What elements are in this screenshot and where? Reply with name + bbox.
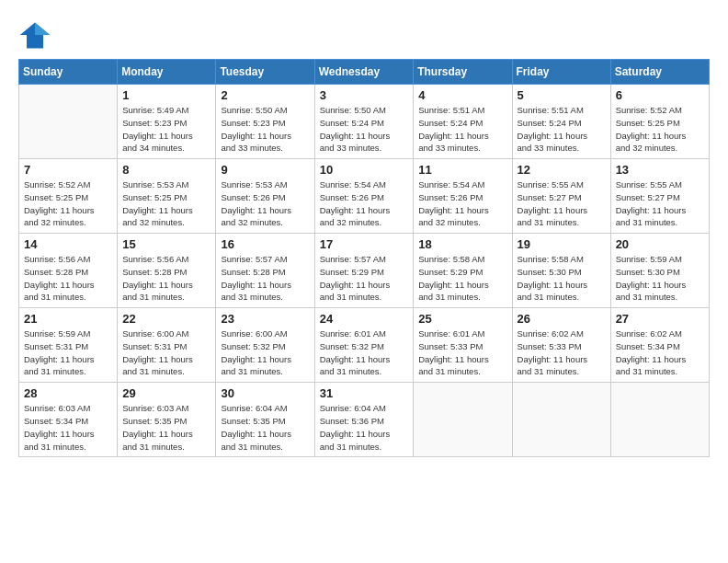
day-info: Sunrise: 6:03 AM Sunset: 5:34 PM Dayligh… — [24, 402, 112, 453]
calendar-day-cell: 22Sunrise: 6:00 AM Sunset: 5:31 PM Dayli… — [118, 308, 216, 383]
calendar-week-row: 1Sunrise: 5:49 AM Sunset: 5:23 PM Daylig… — [19, 85, 710, 159]
calendar-day-cell: 24Sunrise: 6:01 AM Sunset: 5:32 PM Dayli… — [314, 308, 414, 383]
day-number: 11 — [418, 163, 506, 177]
calendar-day-cell: 27Sunrise: 6:02 AM Sunset: 5:34 PM Dayli… — [610, 308, 709, 383]
calendar-day-cell — [512, 383, 610, 457]
day-number: 2 — [221, 88, 309, 102]
day-info: Sunrise: 6:01 AM Sunset: 5:33 PM Dayligh… — [418, 327, 506, 378]
day-info: Sunrise: 5:50 AM Sunset: 5:23 PM Dayligh… — [221, 104, 309, 155]
weekday-header: Sunday — [19, 60, 118, 85]
calendar-day-cell: 10Sunrise: 5:54 AM Sunset: 5:26 PM Dayli… — [314, 159, 414, 234]
calendar-day-cell — [414, 383, 512, 457]
day-number: 6 — [616, 88, 704, 102]
calendar-day-cell: 31Sunrise: 6:04 AM Sunset: 5:36 PM Dayli… — [314, 383, 414, 457]
day-number: 10 — [320, 163, 409, 177]
day-number: 24 — [320, 312, 409, 326]
day-info: Sunrise: 6:03 AM Sunset: 5:35 PM Dayligh… — [122, 402, 210, 453]
calendar-week-row: 7Sunrise: 5:52 AM Sunset: 5:25 PM Daylig… — [19, 159, 710, 234]
calendar-day-cell: 7Sunrise: 5:52 AM Sunset: 5:25 PM Daylig… — [19, 159, 118, 234]
calendar-day-cell — [19, 85, 118, 159]
day-info: Sunrise: 5:49 AM Sunset: 5:23 PM Dayligh… — [122, 104, 210, 155]
calendar-day-cell: 23Sunrise: 6:00 AM Sunset: 5:32 PM Dayli… — [216, 308, 314, 383]
day-number: 15 — [122, 237, 210, 251]
day-info: Sunrise: 5:52 AM Sunset: 5:25 PM Dayligh… — [24, 178, 112, 229]
calendar-day-cell: 29Sunrise: 6:03 AM Sunset: 5:35 PM Dayli… — [118, 383, 216, 457]
calendar-day-cell: 6Sunrise: 5:52 AM Sunset: 5:25 PM Daylig… — [610, 85, 709, 159]
day-number: 25 — [418, 312, 506, 326]
calendar-day-cell: 25Sunrise: 6:01 AM Sunset: 5:33 PM Dayli… — [414, 308, 512, 383]
day-number: 14 — [24, 237, 112, 251]
day-number: 1 — [122, 88, 210, 102]
calendar-day-cell: 30Sunrise: 6:04 AM Sunset: 5:35 PM Dayli… — [216, 383, 314, 457]
day-info: Sunrise: 5:56 AM Sunset: 5:28 PM Dayligh… — [24, 253, 112, 304]
day-number: 8 — [122, 163, 210, 177]
weekday-header: Wednesday — [314, 60, 414, 85]
day-info: Sunrise: 5:57 AM Sunset: 5:28 PM Dayligh… — [221, 253, 309, 304]
calendar-day-cell: 20Sunrise: 5:59 AM Sunset: 5:30 PM Dayli… — [610, 234, 709, 308]
day-number: 17 — [320, 237, 409, 251]
day-info: Sunrise: 6:04 AM Sunset: 5:36 PM Dayligh… — [320, 402, 409, 453]
day-info: Sunrise: 6:00 AM Sunset: 5:32 PM Dayligh… — [221, 327, 309, 378]
day-number: 26 — [518, 312, 606, 326]
day-info: Sunrise: 5:56 AM Sunset: 5:28 PM Dayligh… — [122, 253, 210, 304]
logo-icon — [18, 18, 51, 52]
calendar-day-cell: 19Sunrise: 5:58 AM Sunset: 5:30 PM Dayli… — [512, 234, 610, 308]
day-info: Sunrise: 5:55 AM Sunset: 5:27 PM Dayligh… — [518, 178, 606, 229]
calendar-day-cell: 21Sunrise: 5:59 AM Sunset: 5:31 PM Dayli… — [19, 308, 118, 383]
calendar-day-cell: 14Sunrise: 5:56 AM Sunset: 5:28 PM Dayli… — [19, 234, 118, 308]
day-number: 18 — [418, 237, 506, 251]
page-header — [18, 18, 710, 52]
calendar-day-cell: 8Sunrise: 5:53 AM Sunset: 5:25 PM Daylig… — [118, 159, 216, 234]
calendar-day-cell: 3Sunrise: 5:50 AM Sunset: 5:24 PM Daylig… — [314, 85, 414, 159]
calendar-week-row: 21Sunrise: 5:59 AM Sunset: 5:31 PM Dayli… — [19, 308, 710, 383]
day-info: Sunrise: 5:59 AM Sunset: 5:31 PM Dayligh… — [24, 327, 112, 378]
weekday-header: Thursday — [414, 60, 512, 85]
day-info: Sunrise: 6:04 AM Sunset: 5:35 PM Dayligh… — [221, 402, 309, 453]
day-number: 23 — [221, 312, 309, 326]
day-number: 12 — [518, 163, 606, 177]
day-info: Sunrise: 6:02 AM Sunset: 5:33 PM Dayligh… — [518, 327, 606, 378]
calendar-day-cell: 11Sunrise: 5:54 AM Sunset: 5:26 PM Dayli… — [414, 159, 512, 234]
day-number: 7 — [24, 163, 112, 177]
calendar-day-cell: 1Sunrise: 5:49 AM Sunset: 5:23 PM Daylig… — [118, 85, 216, 159]
day-info: Sunrise: 6:01 AM Sunset: 5:32 PM Dayligh… — [320, 327, 409, 378]
weekday-header: Monday — [118, 60, 216, 85]
day-info: Sunrise: 5:54 AM Sunset: 5:26 PM Dayligh… — [320, 178, 409, 229]
day-number: 20 — [616, 237, 704, 251]
day-number: 22 — [122, 312, 210, 326]
day-number: 21 — [24, 312, 112, 326]
day-info: Sunrise: 5:58 AM Sunset: 5:30 PM Dayligh… — [518, 253, 606, 304]
calendar-day-cell: 2Sunrise: 5:50 AM Sunset: 5:23 PM Daylig… — [216, 85, 314, 159]
calendar-day-cell: 9Sunrise: 5:53 AM Sunset: 5:26 PM Daylig… — [216, 159, 314, 234]
day-number: 30 — [221, 386, 309, 400]
calendar-day-cell: 15Sunrise: 5:56 AM Sunset: 5:28 PM Dayli… — [118, 234, 216, 308]
day-info: Sunrise: 5:59 AM Sunset: 5:30 PM Dayligh… — [616, 253, 704, 304]
calendar-day-cell: 13Sunrise: 5:55 AM Sunset: 5:27 PM Dayli… — [610, 159, 709, 234]
weekday-header: Saturday — [610, 60, 709, 85]
day-info: Sunrise: 5:55 AM Sunset: 5:27 PM Dayligh… — [616, 178, 704, 229]
day-number: 19 — [518, 237, 606, 251]
day-info: Sunrise: 5:50 AM Sunset: 5:24 PM Dayligh… — [320, 104, 409, 155]
calendar-day-cell: 18Sunrise: 5:58 AM Sunset: 5:29 PM Dayli… — [414, 234, 512, 308]
day-number: 9 — [221, 163, 309, 177]
calendar-day-cell: 4Sunrise: 5:51 AM Sunset: 5:24 PM Daylig… — [414, 85, 512, 159]
calendar-day-cell: 28Sunrise: 6:03 AM Sunset: 5:34 PM Dayli… — [19, 383, 118, 457]
weekday-header: Friday — [512, 60, 610, 85]
calendar-week-row: 28Sunrise: 6:03 AM Sunset: 5:34 PM Dayli… — [19, 383, 710, 457]
day-number: 27 — [616, 312, 704, 326]
day-number: 29 — [122, 386, 210, 400]
day-info: Sunrise: 5:58 AM Sunset: 5:29 PM Dayligh… — [418, 253, 506, 304]
svg-marker-1 — [35, 23, 50, 36]
day-info: Sunrise: 6:02 AM Sunset: 5:34 PM Dayligh… — [616, 327, 704, 378]
calendar-header-row: SundayMondayTuesdayWednesdayThursdayFrid… — [19, 60, 710, 85]
day-info: Sunrise: 5:57 AM Sunset: 5:29 PM Dayligh… — [320, 253, 409, 304]
day-info: Sunrise: 5:54 AM Sunset: 5:26 PM Dayligh… — [418, 178, 506, 229]
day-number: 4 — [418, 88, 506, 102]
day-info: Sunrise: 5:53 AM Sunset: 5:26 PM Dayligh… — [221, 178, 309, 229]
calendar-day-cell: 16Sunrise: 5:57 AM Sunset: 5:28 PM Dayli… — [216, 234, 314, 308]
logo — [18, 18, 55, 52]
day-info: Sunrise: 5:52 AM Sunset: 5:25 PM Dayligh… — [616, 104, 704, 155]
day-number: 16 — [221, 237, 309, 251]
calendar-week-row: 14Sunrise: 5:56 AM Sunset: 5:28 PM Dayli… — [19, 234, 710, 308]
calendar-day-cell: 12Sunrise: 5:55 AM Sunset: 5:27 PM Dayli… — [512, 159, 610, 234]
